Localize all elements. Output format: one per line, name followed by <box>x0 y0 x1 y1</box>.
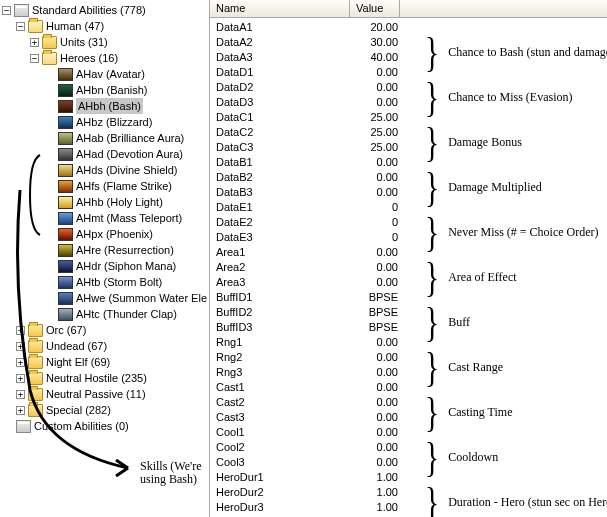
ability-item[interactable]: AHwe (Summon Water Ele <box>44 290 209 306</box>
field-value: 25.00 <box>350 141 406 153</box>
table-row[interactable]: DataD30.00 <box>210 94 607 109</box>
table-row[interactable]: Cast30.00 <box>210 409 607 424</box>
table-row[interactable]: DataE10 <box>210 199 607 214</box>
expand-icon[interactable]: + <box>30 38 39 47</box>
field-value: 0.00 <box>350 186 406 198</box>
tree-nightelf[interactable]: +Night Elf (69) <box>16 354 209 370</box>
expand-icon[interactable]: + <box>16 390 25 399</box>
table-row[interactable]: BuffID2BPSE <box>210 304 607 319</box>
folder-icon <box>28 324 43 337</box>
ability-icon <box>58 132 73 145</box>
field-value: 0.00 <box>350 366 406 378</box>
table-row[interactable]: DataB30.00 <box>210 184 607 199</box>
tree-undead[interactable]: +Undead (67) <box>16 338 209 354</box>
table-row[interactable]: DataD20.00 <box>210 79 607 94</box>
no-expand-icon <box>44 150 55 159</box>
no-expand-icon <box>44 230 55 239</box>
tree-heroes[interactable]: − Heroes (16) <box>30 50 209 66</box>
table-row[interactable]: Cast10.00 <box>210 379 607 394</box>
table-row[interactable]: HeroDur11.00 <box>210 469 607 484</box>
table-row[interactable]: Cast20.00 <box>210 394 607 409</box>
ability-item[interactable]: AHhb (Holy Light) <box>44 194 209 210</box>
field-name: Cast1 <box>210 381 350 393</box>
tree-passive[interactable]: +Neutral Passive (11) <box>16 386 209 402</box>
table-row[interactable]: DataB10.00 <box>210 154 607 169</box>
field-value: 0.00 <box>350 456 406 468</box>
table-row[interactable]: DataC125.00 <box>210 109 607 124</box>
ability-item[interactable]: AHtb (Storm Bolt) <box>44 274 209 290</box>
expand-icon[interactable]: + <box>16 358 25 367</box>
tree-special[interactable]: +Special (282) <box>16 402 209 418</box>
field-value: 0.00 <box>350 381 406 393</box>
table-row[interactable]: DataA230.00 <box>210 34 607 49</box>
ability-item[interactable]: AHab (Brilliance Aura) <box>44 130 209 146</box>
table-row[interactable]: HeroDur21.00 <box>210 484 607 499</box>
field-name: DataC1 <box>210 111 350 123</box>
field-name: HeroDur2 <box>210 486 350 498</box>
table-row[interactable]: Area10.00 <box>210 244 607 259</box>
table-row[interactable]: HeroDur31.00 <box>210 499 607 514</box>
ability-item[interactable]: AHtc (Thunder Clap) <box>44 306 209 322</box>
book-icon <box>16 420 31 433</box>
ability-item[interactable]: AHbn (Banish) <box>44 82 209 98</box>
tree-label: Night Elf (69) <box>46 354 110 370</box>
column-header-value[interactable]: Value <box>350 0 400 17</box>
collapse-icon[interactable]: − <box>16 22 25 31</box>
ability-item[interactable]: AHpx (Phoenix) <box>44 226 209 242</box>
field-value: 20.00 <box>350 21 406 33</box>
tree-units[interactable]: + Units (31) <box>30 34 209 50</box>
tree-hostile[interactable]: +Neutral Hostile (235) <box>16 370 209 386</box>
table-row[interactable]: DataD10.00 <box>210 64 607 79</box>
table-row[interactable]: DataA120.00 <box>210 19 607 34</box>
table-row[interactable]: DataC225.00 <box>210 124 607 139</box>
ability-icon <box>58 260 73 273</box>
ability-item[interactable]: AHbz (Blizzard) <box>44 114 209 130</box>
table-row[interactable]: DataC325.00 <box>210 139 607 154</box>
no-expand-icon <box>44 278 55 287</box>
table-row[interactable]: DataE20 <box>210 214 607 229</box>
tree-orc[interactable]: +Orc (67) <box>16 322 209 338</box>
ability-tree[interactable]: − Standard Abilities (778) − Human (47) <box>2 2 209 434</box>
table-row[interactable]: Area30.00 <box>210 274 607 289</box>
tree-human[interactable]: − Human (47) <box>16 18 209 34</box>
column-header-name[interactable]: Name <box>210 0 350 17</box>
ability-item[interactable]: AHre (Resurrection) <box>44 242 209 258</box>
ability-item[interactable]: AHbh (Bash) <box>44 98 209 114</box>
field-value: 0.00 <box>350 246 406 258</box>
ability-item[interactable]: AHav (Avatar) <box>44 66 209 82</box>
no-expand-icon <box>44 262 55 271</box>
field-value: BPSE <box>350 291 406 303</box>
ability-item[interactable]: AHds (Divine Shield) <box>44 162 209 178</box>
table-row[interactable]: BuffID3BPSE <box>210 319 607 334</box>
table-row[interactable]: Area20.00 <box>210 259 607 274</box>
collapse-icon[interactable]: − <box>30 54 39 63</box>
field-name: Area3 <box>210 276 350 288</box>
data-table-pane: Name Value DataA120.00DataA230.00DataA34… <box>210 0 607 517</box>
folder-icon <box>42 36 57 49</box>
ability-item[interactable]: AHdr (Siphon Mana) <box>44 258 209 274</box>
table-row[interactable]: DataE30 <box>210 229 607 244</box>
ability-icon <box>58 84 73 97</box>
table-row[interactable]: Rng10.00 <box>210 334 607 349</box>
expand-icon[interactable]: + <box>16 406 25 415</box>
collapse-icon[interactable]: − <box>2 6 11 15</box>
table-row[interactable]: Cool20.00 <box>210 439 607 454</box>
table-row[interactable]: DataA340.00 <box>210 49 607 64</box>
table-row[interactable]: Cool10.00 <box>210 424 607 439</box>
field-value: 0 <box>350 201 406 213</box>
field-value: 40.00 <box>350 51 406 63</box>
field-value: 25.00 <box>350 126 406 138</box>
table-row[interactable]: Rng30.00 <box>210 364 607 379</box>
table-row[interactable]: Cool30.00 <box>210 454 607 469</box>
expand-icon[interactable]: + <box>16 374 25 383</box>
tree-root[interactable]: − Standard Abilities (778) <box>2 2 209 18</box>
tree-custom[interactable]: Custom Abilities (0) <box>2 418 209 434</box>
expand-icon[interactable]: + <box>16 342 25 351</box>
table-row[interactable]: DataB20.00 <box>210 169 607 184</box>
expand-icon[interactable]: + <box>16 326 25 335</box>
ability-item[interactable]: AHad (Devotion Aura) <box>44 146 209 162</box>
table-row[interactable]: BuffID1BPSE <box>210 289 607 304</box>
ability-item[interactable]: AHmt (Mass Teleport) <box>44 210 209 226</box>
table-row[interactable]: Rng20.00 <box>210 349 607 364</box>
ability-item[interactable]: AHfs (Flame Strike) <box>44 178 209 194</box>
